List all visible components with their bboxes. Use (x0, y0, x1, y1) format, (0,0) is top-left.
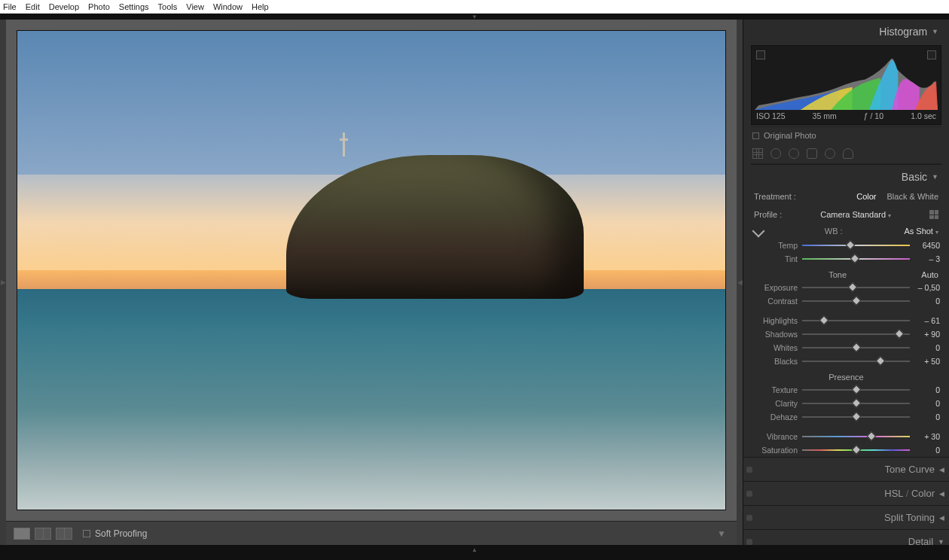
vibrance-label: Vibrance (752, 432, 798, 441)
exif-row: ISO 125 35 mm ƒ / 10 1.0 sec (755, 109, 938, 123)
vibrance-value[interactable]: + 30 (914, 432, 940, 441)
original-photo-label: Original Photo (764, 131, 816, 140)
exposure-slider[interactable] (802, 284, 910, 291)
texture-label: Texture (752, 385, 798, 394)
texture-value[interactable]: 0 (914, 385, 940, 394)
menu-window[interactable]: Window (213, 2, 243, 11)
menu-view[interactable]: View (186, 2, 204, 11)
highlights-value[interactable]: – 61 (914, 316, 940, 325)
photo-canvas[interactable] (17, 30, 726, 510)
radial-filter-icon[interactable] (825, 148, 835, 159)
histogram-box: ISO 125 35 mm ƒ / 10 1.0 sec (751, 45, 941, 125)
histogram-graph[interactable] (755, 49, 938, 109)
dehaze-value[interactable]: 0 (914, 412, 940, 422)
exif-aperture: ƒ / 10 (864, 111, 883, 120)
view-before-after-lr-icon[interactable] (35, 528, 51, 540)
toolbar-dropdown[interactable]: ▼ (717, 530, 725, 537)
contrast-label: Contrast (752, 297, 798, 306)
tint-value[interactable]: – 3 (914, 254, 940, 263)
profile-browser-icon[interactable] (929, 210, 938, 219)
highlights-slider[interactable] (802, 317, 910, 324)
treatment-bw[interactable]: Black & White (887, 192, 938, 201)
vibrance-slider[interactable] (802, 433, 910, 440)
highlights-label: Highlights (752, 316, 798, 325)
soft-proofing-toggle[interactable]: Soft Proofing (83, 528, 147, 539)
temp-value[interactable]: 6450 (914, 241, 940, 250)
tint-row: Tint – 3 (751, 252, 941, 266)
saturation-slider[interactable] (802, 446, 910, 454)
clarity-label: Clarity (752, 399, 798, 408)
menu-settings[interactable]: Settings (119, 2, 149, 11)
saturation-label: Saturation (752, 446, 798, 455)
brush-tool-icon[interactable] (843, 148, 853, 159)
develop-panel: Histogram▼ ISO (743, 20, 949, 545)
grad-filter-icon[interactable] (807, 148, 817, 159)
right-panel-toggle[interactable]: ◀ (737, 20, 743, 545)
dehaze-slider[interactable] (802, 413, 910, 421)
auto-tone-button[interactable]: Auto (921, 270, 938, 279)
presence-subhead: Presence (751, 368, 941, 383)
basic-title: Basic (902, 171, 927, 183)
whites-value[interactable]: 0 (914, 343, 940, 352)
menu-edit[interactable]: Edit (26, 2, 40, 11)
tint-slider[interactable] (802, 255, 910, 263)
whites-slider[interactable] (802, 344, 910, 352)
menu-file[interactable]: File (3, 2, 17, 11)
profile-picker[interactable]: Camera Standard ▾ (820, 210, 891, 219)
whites-label: Whites (752, 343, 798, 352)
treatment-color[interactable]: Color (856, 192, 876, 201)
wb-picker[interactable]: As Shot ▾ (904, 227, 938, 236)
menu-bar: File Edit Develop Photo Settings Tools V… (0, 0, 949, 14)
basic-header[interactable]: Basic▼ (751, 164, 941, 187)
saturation-value[interactable]: 0 (914, 446, 940, 455)
clarity-value[interactable]: 0 (914, 399, 940, 408)
eyedropper-icon[interactable] (754, 227, 763, 236)
exif-focal: 35 mm (813, 111, 837, 120)
texture-slider[interactable] (802, 386, 910, 394)
view-loupe-icon[interactable] (14, 528, 30, 540)
tone-curve-header[interactable]: Tone Curve◀ (743, 457, 949, 481)
square-icon (752, 132, 759, 139)
shadows-value[interactable]: + 90 (914, 330, 940, 339)
exposure-label: Exposure (752, 283, 798, 292)
clarity-slider[interactable] (802, 400, 910, 407)
menu-help[interactable]: Help (252, 2, 269, 11)
wb-label: WB : (767, 227, 899, 236)
temp-label: Temp (752, 241, 798, 250)
left-panel-toggle[interactable]: ▶ (0, 20, 6, 545)
tone-label: Tone (754, 270, 921, 279)
original-photo-toggle[interactable]: Original Photo (751, 126, 941, 144)
dehaze-label: Dehaze (752, 412, 798, 422)
view-before-after-tb-icon[interactable] (56, 528, 72, 540)
temp-slider[interactable] (802, 242, 910, 249)
treatment-label: Treatment : (754, 192, 796, 201)
hsl-header[interactable]: HSL / Color◀ (743, 481, 949, 505)
split-toning-header[interactable]: Split Toning◀ (743, 505, 949, 529)
top-panel-collapse[interactable]: ▼ (0, 14, 949, 20)
treatment-row: Treatment : Color Black & White (751, 187, 941, 205)
shadows-slider[interactable] (802, 330, 910, 338)
wb-row: WB : As Shot ▾ (751, 224, 941, 239)
menu-photo[interactable]: Photo (88, 2, 110, 11)
histogram-header[interactable]: Histogram▼ (751, 20, 941, 42)
profile-label: Profile : (754, 210, 782, 219)
filmstrip-collapse[interactable]: ▲ (0, 545, 949, 554)
toolbar-bottom: Soft Proofing ▼ (6, 521, 737, 545)
exposure-value[interactable]: – 0,50 (914, 283, 940, 292)
contrast-slider[interactable] (802, 297, 910, 305)
blacks-label: Blacks (752, 357, 798, 366)
spot-tool-icon[interactable] (770, 148, 781, 159)
image-preview-area[interactable] (6, 20, 737, 521)
blacks-slider[interactable] (802, 358, 910, 365)
blacks-value[interactable]: + 50 (914, 357, 940, 366)
crop-tool-icon[interactable] (752, 148, 763, 159)
menu-develop[interactable]: Develop (49, 2, 79, 11)
presence-label: Presence (754, 373, 938, 382)
exif-shutter: 1.0 sec (911, 111, 936, 120)
menu-tools[interactable]: Tools (158, 2, 178, 11)
redeye-tool-icon[interactable] (789, 148, 799, 159)
checkbox-icon (83, 530, 90, 537)
soft-proofing-label: Soft Proofing (95, 528, 147, 539)
contrast-value[interactable]: 0 (914, 297, 940, 306)
detail-header[interactable]: Detail▼ (743, 529, 949, 545)
